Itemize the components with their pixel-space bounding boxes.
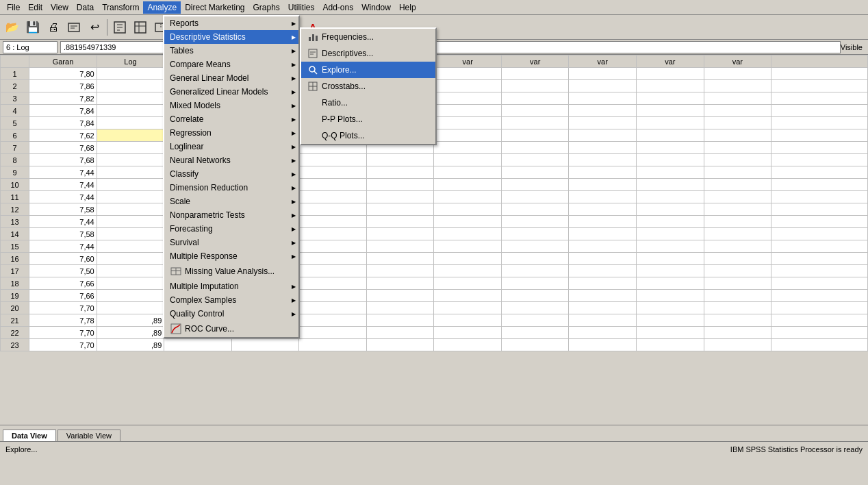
- cell-var[interactable]: [771, 68, 868, 80]
- cell-log[interactable]: [97, 142, 164, 154]
- cell-garan[interactable]: 7,66: [29, 277, 97, 290]
- cell-garan[interactable]: 7,82: [29, 92, 97, 105]
- cell-var[interactable]: [569, 240, 637, 253]
- cell-var[interactable]: [704, 302, 771, 314]
- cell-log[interactable]: [97, 203, 164, 216]
- cell-var[interactable]: [366, 240, 434, 253]
- cell-var[interactable]: [569, 228, 637, 240]
- cell-var[interactable]: [299, 265, 367, 277]
- col-header-var7[interactable]: var: [569, 55, 637, 68]
- menu-tables[interactable]: Tables: [164, 44, 298, 58]
- cell-var[interactable]: [704, 203, 771, 216]
- cell-var[interactable]: [434, 129, 502, 142]
- cell-var[interactable]: [771, 92, 868, 105]
- cell-garan[interactable]: 7,60: [29, 253, 97, 265]
- cell-var[interactable]: [501, 117, 569, 129]
- cell-var[interactable]: [704, 290, 771, 302]
- cell-var[interactable]: [569, 179, 637, 191]
- cell-garan[interactable]: 7,44: [29, 166, 97, 179]
- cell-log[interactable]: [97, 265, 164, 277]
- menu-complex-samples[interactable]: Complex Samples: [164, 293, 298, 307]
- cell-var[interactable]: [434, 339, 502, 351]
- cell-garan[interactable]: 7,84: [29, 105, 97, 117]
- cell-log[interactable]: ,89: [97, 327, 164, 339]
- cell-var[interactable]: [434, 253, 502, 265]
- cell-var[interactable]: [704, 105, 771, 117]
- cell-garan[interactable]: 7,68: [29, 154, 97, 166]
- menu-general-linear[interactable]: General Linear Model: [164, 71, 298, 85]
- cell-var[interactable]: [366, 216, 434, 228]
- table-row[interactable]: 137,44: [1, 216, 868, 228]
- cell-var[interactable]: [434, 154, 502, 166]
- cell-var[interactable]: [704, 327, 771, 339]
- cell-var[interactable]: [637, 339, 704, 351]
- cell-var[interactable]: [366, 228, 434, 240]
- cell-var[interactable]: [637, 117, 704, 129]
- cell-var[interactable]: [704, 240, 771, 253]
- cell-var[interactable]: [434, 302, 502, 314]
- cell-var[interactable]: [501, 339, 569, 351]
- cell-reference[interactable]: [3, 41, 58, 53]
- cell-var[interactable]: [434, 240, 502, 253]
- cell-var[interactable]: [637, 240, 704, 253]
- cell-var[interactable]: [366, 253, 434, 265]
- cell-var[interactable]: [704, 265, 771, 277]
- cell-var[interactable]: [569, 277, 637, 290]
- cell-var[interactable]: [704, 314, 771, 327]
- cell-var[interactable]: [771, 228, 868, 240]
- table-row[interactable]: 217,78,89: [1, 314, 868, 327]
- cell-var[interactable]: [299, 191, 367, 203]
- cell-var[interactable]: [366, 290, 434, 302]
- cell-var[interactable]: [637, 327, 704, 339]
- menu-forecasting[interactable]: Forecasting: [164, 222, 298, 236]
- cell-log[interactable]: [97, 191, 164, 203]
- menu-help[interactable]: Help: [395, 1, 420, 14]
- cell-var[interactable]: [299, 290, 367, 302]
- variables-button[interactable]: [131, 18, 150, 37]
- menu-edit[interactable]: Edit: [24, 1, 47, 14]
- menu-window[interactable]: Window: [357, 1, 395, 14]
- cell-var[interactable]: [299, 327, 367, 339]
- cell-garan[interactable]: 7,78: [29, 314, 97, 327]
- cell-var[interactable]: [501, 191, 569, 203]
- cell-var[interactable]: [501, 154, 569, 166]
- cell-var[interactable]: [501, 166, 569, 179]
- cell-var[interactable]: [704, 154, 771, 166]
- cell-var[interactable]: [434, 290, 502, 302]
- cell-var[interactable]: [771, 216, 868, 228]
- cell-var[interactable]: [771, 129, 868, 142]
- cell-log[interactable]: [97, 253, 164, 265]
- cell-var[interactable]: [637, 80, 704, 92]
- cell-var[interactable]: [501, 240, 569, 253]
- cell-var[interactable]: [771, 277, 868, 290]
- col-header-var5[interactable]: var: [434, 55, 502, 68]
- cell-var[interactable]: [299, 154, 367, 166]
- cell-var[interactable]: [771, 265, 868, 277]
- cell-var[interactable]: [501, 68, 569, 80]
- menu-multiple-response[interactable]: Multiple Response: [164, 249, 298, 263]
- table-row[interactable]: 207,70: [1, 302, 868, 314]
- cell-var[interactable]: [637, 154, 704, 166]
- cell-var[interactable]: [569, 68, 637, 80]
- cell-var[interactable]: [637, 277, 704, 290]
- menu-generalized-linear[interactable]: Generalized Linear Models: [164, 85, 298, 99]
- menu-multiple-imputation[interactable]: Multiple Imputation: [164, 279, 298, 293]
- cell-var[interactable]: [164, 339, 232, 351]
- cell-var[interactable]: [569, 117, 637, 129]
- cell-var[interactable]: [569, 302, 637, 314]
- cell-var[interactable]: [501, 253, 569, 265]
- cell-var[interactable]: [501, 142, 569, 154]
- table-row[interactable]: 237,70,89: [1, 339, 868, 351]
- cell-log[interactable]: [97, 277, 164, 290]
- cell-var[interactable]: [771, 179, 868, 191]
- cell-var[interactable]: [434, 142, 502, 154]
- menu-analyze[interactable]: Analyze: [143, 1, 181, 14]
- cell-var[interactable]: [434, 265, 502, 277]
- cell-var[interactable]: [434, 216, 502, 228]
- cell-var[interactable]: [366, 277, 434, 290]
- cell-var[interactable]: [704, 68, 771, 80]
- cell-log[interactable]: [97, 92, 164, 105]
- cell-log[interactable]: [97, 166, 164, 179]
- cell-log[interactable]: [97, 154, 164, 166]
- cell-var[interactable]: [434, 92, 502, 105]
